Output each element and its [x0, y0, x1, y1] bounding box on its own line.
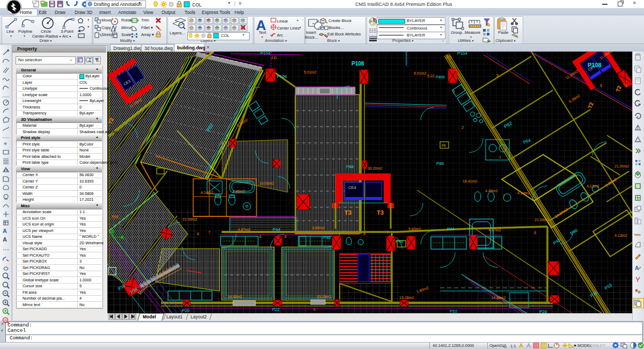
svg-text:7: 7	[503, 194, 505, 198]
svg-text:J.D.: J.D.	[271, 56, 278, 60]
svg-text:4: 4	[455, 68, 457, 72]
svg-text:14.88m2: 14.88m2	[491, 296, 506, 300]
svg-text:T3: T3	[377, 209, 384, 216]
svg-text:P104: P104	[457, 52, 467, 56]
svg-text:4.87m2: 4.87m2	[238, 228, 250, 231]
svg-text:P104: P104	[260, 52, 270, 56]
svg-text:18.41m2: 18.41m2	[463, 179, 477, 183]
svg-text:4.45m2: 4.45m2	[485, 189, 497, 193]
svg-text:14.88m2: 14.88m2	[228, 295, 242, 299]
svg-text:6: 6	[259, 235, 261, 238]
svg-text:21.09m2: 21.09m2	[535, 218, 549, 222]
svg-text:5: 5	[496, 74, 499, 77]
svg-text:P8: P8	[442, 144, 446, 147]
svg-text:5.22: 5.22	[427, 74, 435, 78]
svg-text:15.28m2: 15.28m2	[317, 295, 331, 299]
svg-text:8: 8	[197, 232, 199, 236]
svg-text:19.93m2: 19.93m2	[259, 181, 274, 185]
svg-text:6: 6	[284, 235, 287, 238]
svg-text:P20: P20	[182, 308, 190, 313]
svg-text:4.13m2: 4.13m2	[614, 234, 627, 237]
svg-text:1:1: 1:1	[510, 344, 516, 348]
svg-text:4.14m2: 4.14m2	[517, 191, 530, 195]
svg-text:P106: P106	[277, 74, 287, 79]
svg-text:P46: P46	[396, 239, 404, 244]
svg-text:5.01m2: 5.01m2	[304, 70, 316, 74]
svg-text:J.D.: J.D.	[446, 55, 453, 59]
svg-text:A: A	[635, 265, 639, 271]
svg-text:P22: P22	[450, 309, 458, 313]
svg-text:6: 6	[363, 232, 365, 236]
svg-text:P88: P88	[346, 164, 354, 169]
svg-text:4.13m2: 4.13m2	[587, 184, 599, 188]
svg-text:5: 5	[600, 84, 602, 88]
svg-text:5.60m2: 5.60m2	[408, 227, 421, 231]
svg-text:T3: T3	[345, 209, 352, 216]
svg-text:21.00m2: 21.00m2	[614, 164, 629, 168]
svg-text:P22: P22	[272, 307, 280, 312]
svg-text:6.80m2: 6.80m2	[312, 226, 325, 230]
svg-text:P108: P108	[588, 62, 602, 68]
svg-text:7: 7	[342, 230, 345, 234]
svg-text:Δ: Δ	[503, 343, 507, 348]
svg-text:P46: P46	[323, 235, 331, 240]
svg-text:2: 2	[462, 126, 464, 129]
svg-text:P64: P64	[112, 215, 119, 219]
svg-text:5: 5	[313, 308, 316, 311]
svg-text:P44: P44	[273, 227, 281, 232]
svg-text:4.14m2: 4.14m2	[201, 191, 213, 194]
svg-text:1: 1	[499, 155, 501, 159]
svg-text:P20: P20	[539, 309, 547, 313]
svg-text:4.87m2: 4.87m2	[488, 228, 501, 232]
svg-text:P86: P86	[436, 161, 444, 166]
svg-text:3: 3	[452, 89, 455, 93]
svg-text:7: 7	[208, 230, 210, 234]
svg-text:7: 7	[235, 230, 237, 234]
svg-text:P108: P108	[352, 61, 364, 67]
svg-text:P406: P406	[436, 75, 444, 79]
svg-text:4.46m2: 4.46m2	[232, 190, 245, 193]
svg-text:21.09m2: 21.09m2	[182, 217, 197, 221]
svg-text:30.20m2: 30.20m2	[368, 166, 382, 170]
svg-text:15.28m2: 15.28m2	[399, 296, 414, 300]
svg-text:P44: P44	[447, 227, 455, 231]
svg-text:▾: ▾	[87, 25, 90, 28]
svg-text:7: 7	[386, 230, 389, 234]
svg-text:5: 5	[625, 84, 627, 88]
svg-text:8: 8	[534, 231, 536, 235]
svg-text:COL: COL	[192, 2, 202, 8]
svg-text:5.01m2: 5.01m2	[414, 71, 426, 75]
svg-text:CE4: CE4	[348, 185, 356, 190]
svg-text:▾: ▾	[87, 18, 90, 21]
